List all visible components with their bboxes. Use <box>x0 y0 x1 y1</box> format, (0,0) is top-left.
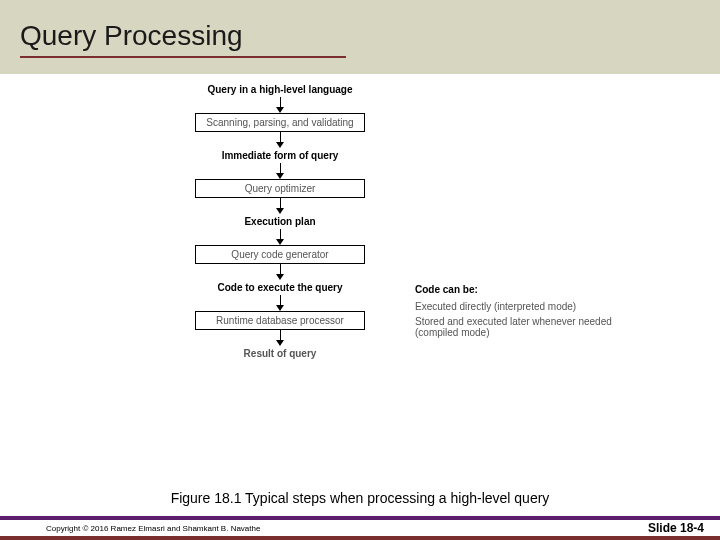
side-note-line: Stored and executed later whenever neede… <box>415 316 655 338</box>
content-area: Query in a high-level language Scanning,… <box>0 74 720 474</box>
arrow-icon <box>276 198 284 214</box>
flow-box-codegen: Query code generator <box>195 245 365 264</box>
copyright-text: Copyright © 2016 Ramez Elmasri and Shamk… <box>46 524 260 533</box>
flow-label-intermediate: Immediate form of query <box>222 150 339 161</box>
slide-title: Query Processing <box>20 20 720 52</box>
flow-label-plan: Execution plan <box>244 216 315 227</box>
flow-label-result: Result of query <box>244 348 317 359</box>
arrow-icon <box>276 229 284 245</box>
flow-label-code: Code to execute the query <box>217 282 342 293</box>
arrow-icon <box>276 97 284 113</box>
flow-box-optimizer: Query optimizer <box>195 179 365 198</box>
side-note-head: Code can be: <box>415 284 655 295</box>
title-underline <box>20 56 346 58</box>
footer-bar: Copyright © 2016 Ramez Elmasri and Shamk… <box>0 516 720 540</box>
arrow-icon <box>276 132 284 148</box>
side-note: Code can be: Executed directly (interpre… <box>415 284 655 342</box>
header-band: Query Processing <box>0 0 720 74</box>
flow-label-input: Query in a high-level language <box>207 84 352 95</box>
flowchart: Query in a high-level language Scanning,… <box>150 82 410 361</box>
flow-box-scan: Scanning, parsing, and validating <box>195 113 365 132</box>
arrow-icon <box>276 295 284 311</box>
slide-number: Slide 18-4 <box>648 521 704 535</box>
arrow-icon <box>276 264 284 280</box>
slide: Query Processing Query in a high-level l… <box>0 0 720 540</box>
arrow-icon <box>276 163 284 179</box>
flow-box-runtime: Runtime database processor <box>195 311 365 330</box>
side-note-line: Executed directly (interpreted mode) <box>415 301 655 312</box>
figure-caption: Figure 18.1 Typical steps when processin… <box>0 490 720 506</box>
arrow-icon <box>276 330 284 346</box>
